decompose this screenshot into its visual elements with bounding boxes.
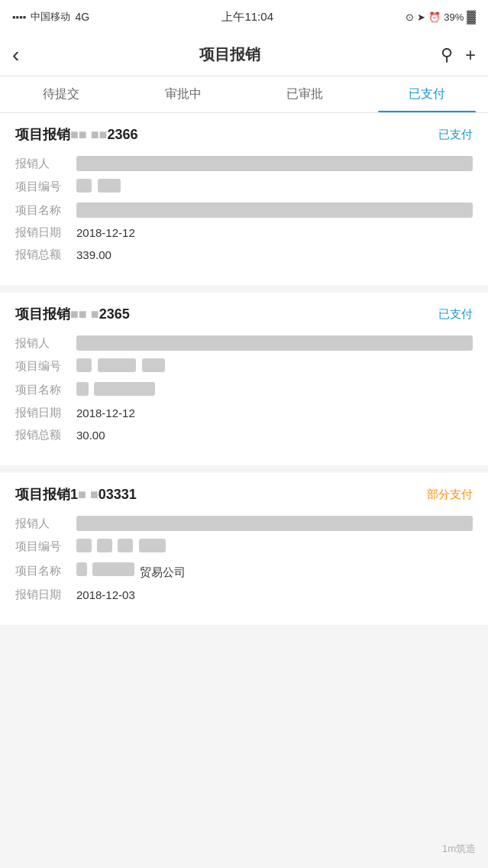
label-date-1: 报销日期	[15, 225, 76, 240]
alarm-icon: ⏰	[428, 11, 441, 23]
label-date-2: 报销日期	[15, 406, 76, 420]
row-applicant-2: 报销人	[15, 335, 473, 351]
tab-reviewing[interactable]: 审批中	[122, 76, 244, 112]
tab-paid[interactable]: 已支付	[366, 76, 488, 112]
row-project-num-1: 项目编号	[15, 179, 473, 195]
row-project-num-3: 项目编号	[15, 539, 473, 555]
label-applicant-2: 报销人	[15, 336, 76, 351]
value-amount-1: 339.00	[76, 248, 473, 261]
value-applicant-1	[76, 156, 473, 171]
value-project-name-2	[76, 382, 473, 398]
reimbursement-card-3[interactable]: 项目报销1■ ■03331 部分支付 报销人 项目编号 项目名称 贸易公司	[0, 473, 488, 625]
card-status-3: 部分支付	[427, 487, 473, 502]
signal-icon: ▪▪▪▪	[12, 11, 26, 23]
tab-approved[interactable]: 已审批	[244, 76, 367, 112]
card-title-1: 项目报销■■ ■■2366	[15, 125, 138, 144]
row-date-3: 报销日期 2018-12-03	[15, 588, 473, 602]
label-applicant-3: 报销人	[15, 517, 76, 531]
row-date-2: 报销日期 2018-12-12	[15, 406, 473, 420]
value-date-2: 2018-12-12	[76, 406, 473, 419]
value-project-name-1	[76, 202, 473, 218]
value-project-num-1	[76, 179, 473, 195]
network-label: 4G	[75, 11, 89, 23]
row-project-num-2: 项目编号	[15, 358, 473, 374]
row-project-name-2: 项目名称	[15, 382, 473, 398]
card-title-3: 项目报销1■ ■03331	[15, 485, 137, 504]
value-project-name-3: 贸易公司	[76, 562, 473, 580]
nav-bar: ‹ 项目报销 ⚲ +	[0, 34, 488, 76]
label-project-name-3: 项目名称	[15, 564, 76, 578]
back-button[interactable]: ‹	[12, 43, 19, 67]
tab-pending[interactable]: 待提交	[0, 76, 122, 112]
value-project-num-3	[76, 539, 473, 555]
tab-bar: 待提交 审批中 已审批 已支付	[0, 76, 488, 113]
row-project-name-1: 项目名称	[15, 202, 473, 218]
row-amount-1: 报销总额 339.00	[15, 248, 473, 262]
row-applicant-3: 报销人	[15, 516, 473, 531]
card-header-2: 项目报销■■ ■2365 已支付	[15, 305, 473, 323]
reimbursement-card-1[interactable]: 项目报销■■ ■■2366 已支付 报销人 项目编号 项目名称 报销日期 201…	[0, 113, 488, 285]
label-amount-1: 报销总额	[15, 248, 76, 262]
label-project-name-1: 项目名称	[15, 203, 76, 218]
add-icon[interactable]: +	[465, 44, 476, 66]
label-amount-2: 报销总额	[15, 428, 76, 442]
status-right: ⊙ ➤ ⏰ 39% ▓	[406, 10, 476, 24]
battery-label: 39%	[444, 11, 464, 23]
value-date-1: 2018-12-12	[76, 226, 473, 239]
card-header-3: 项目报销1■ ■03331 部分支付	[15, 485, 473, 504]
row-applicant-1: 报销人	[15, 156, 473, 171]
status-left: ▪▪▪▪ 中国移动 4G	[12, 10, 89, 24]
label-applicant-1: 报销人	[15, 157, 76, 171]
label-project-num-3: 项目编号	[15, 539, 76, 554]
row-amount-2: 报销总额 30.00	[15, 428, 473, 442]
card-title-2: 项目报销■■ ■2365	[15, 305, 130, 323]
label-date-3: 报销日期	[15, 588, 76, 602]
label-project-num-1: 项目编号	[15, 180, 76, 194]
value-date-3: 2018-12-03	[76, 588, 473, 601]
value-applicant-2	[76, 335, 473, 351]
watermark: 1m筑造	[442, 842, 476, 856]
card-status-2: 已支付	[438, 307, 473, 322]
label-project-name-2: 项目名称	[15, 383, 76, 397]
value-applicant-3	[76, 516, 473, 531]
row-date-1: 报销日期 2018-12-12	[15, 225, 473, 240]
battery-icon: ▓	[467, 10, 476, 24]
location-icon: ⊙	[406, 11, 414, 23]
card-header-1: 项目报销■■ ■■2366 已支付	[15, 125, 473, 144]
page-title: 项目报销	[199, 44, 260, 65]
carrier-label: 中国移动	[31, 10, 70, 24]
value-amount-2: 30.00	[76, 429, 473, 442]
status-bar: ▪▪▪▪ 中国移动 4G 上午11:04 ⊙ ➤ ⏰ 39% ▓	[0, 0, 488, 34]
value-project-num-2	[76, 358, 473, 374]
content-area: 项目报销■■ ■■2366 已支付 报销人 项目编号 项目名称 报销日期 201…	[0, 113, 488, 625]
nav-actions: ⚲ +	[441, 44, 476, 66]
label-project-num-2: 项目编号	[15, 359, 76, 374]
search-icon[interactable]: ⚲	[441, 45, 453, 65]
reimbursement-card-2[interactable]: 项目报销■■ ■2365 已支付 报销人 项目编号 项目名称 报销日期 2018…	[0, 293, 488, 465]
row-project-name-3: 项目名称 贸易公司	[15, 562, 473, 580]
status-time: 上午11:04	[221, 10, 273, 24]
gps-icon: ➤	[417, 11, 425, 23]
card-status-1: 已支付	[438, 128, 473, 142]
